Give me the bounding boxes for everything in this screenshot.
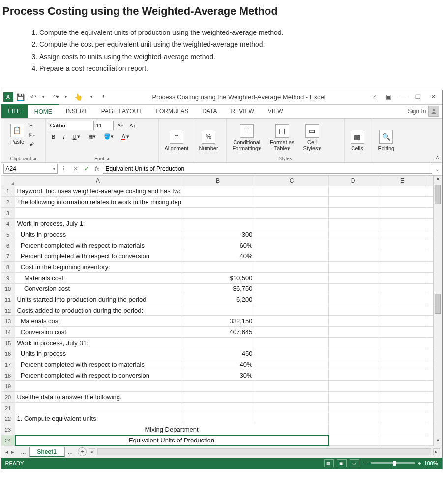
- cut-icon[interactable]: ✂: [27, 122, 38, 130]
- hscroll-left-icon[interactable]: ◂: [89, 448, 95, 455]
- row-header[interactable]: 18: [1, 370, 15, 380]
- zoom-in-icon[interactable]: +: [418, 460, 421, 466]
- touch-mode-icon[interactable]: 👆: [73, 92, 84, 102]
- column-header-a[interactable]: A: [15, 176, 181, 186]
- cell[interactable]: [378, 327, 427, 337]
- cell[interactable]: [329, 229, 378, 240]
- cell[interactable]: [378, 338, 427, 348]
- add-sheet-button[interactable]: +: [78, 447, 87, 456]
- tab-home[interactable]: HOME: [28, 104, 59, 118]
- close-icon[interactable]: ✕: [427, 92, 439, 102]
- redo-dropdown-icon[interactable]: ▾: [60, 92, 71, 102]
- cell[interactable]: [329, 435, 378, 445]
- cell[interactable]: [329, 327, 378, 337]
- increase-font-icon[interactable]: A↑: [116, 122, 126, 129]
- dialog-launcher-icon[interactable]: ◢: [106, 157, 109, 161]
- normal-view-icon[interactable]: ▦: [324, 459, 334, 467]
- horizontal-scrollbar[interactable]: [97, 448, 431, 455]
- cell[interactable]: [255, 305, 329, 315]
- cell[interactable]: [255, 338, 329, 348]
- sheet-tabs-more-left[interactable]: ...: [18, 448, 29, 455]
- cell[interactable]: [329, 338, 378, 348]
- cell[interactable]: [329, 240, 378, 251]
- cell[interactable]: 60%: [181, 240, 255, 251]
- scroll-down-icon[interactable]: ▼: [434, 438, 443, 446]
- cell[interactable]: [255, 229, 329, 240]
- cell[interactable]: [378, 381, 427, 391]
- cell[interactable]: Equivalent Units of Production: [15, 435, 329, 445]
- ribbon-display-options-icon[interactable]: ▣: [383, 92, 395, 102]
- cell[interactable]: [378, 186, 427, 196]
- column-header-c[interactable]: C: [255, 176, 329, 186]
- row-header[interactable]: 12: [1, 305, 15, 315]
- editing-button[interactable]: 🔍Editing: [376, 129, 397, 152]
- tab-formulas[interactable]: FORMULAS: [149, 104, 196, 118]
- row-header[interactable]: 17: [1, 359, 15, 370]
- cell[interactable]: [255, 294, 329, 305]
- bold-button[interactable]: B: [50, 133, 58, 141]
- zoom-level[interactable]: 100%: [424, 460, 438, 466]
- cell[interactable]: [255, 348, 329, 359]
- cell[interactable]: Work in process, July 31:: [15, 338, 181, 348]
- cell[interactable]: [181, 338, 255, 348]
- cell[interactable]: [181, 413, 255, 424]
- tab-page-layout[interactable]: PAGE LAYOUT: [94, 104, 149, 118]
- sheet-nav-next-icon[interactable]: ▸: [11, 449, 14, 455]
- cell[interactable]: Percent completed with respect to materi…: [15, 240, 181, 251]
- cell[interactable]: [329, 424, 378, 435]
- cell[interactable]: [255, 219, 329, 229]
- cell[interactable]: [255, 413, 329, 424]
- cell[interactable]: [378, 219, 427, 229]
- row-header[interactable]: 8: [1, 262, 15, 272]
- cell[interactable]: [329, 359, 378, 370]
- cell[interactable]: Percent completed with respect to materi…: [15, 359, 181, 370]
- cell[interactable]: 332,150: [181, 316, 255, 326]
- sheet-nav-prev-icon[interactable]: ◂: [5, 449, 8, 455]
- cell[interactable]: [378, 359, 427, 370]
- user-avatar-icon[interactable]: [428, 106, 439, 117]
- cell[interactable]: [329, 294, 378, 305]
- row-header[interactable]: 5: [1, 229, 15, 240]
- row-header[interactable]: 22: [1, 413, 15, 424]
- cell[interactable]: Units started into production during the…: [15, 294, 181, 305]
- tab-insert[interactable]: INSERT: [59, 104, 94, 118]
- cell[interactable]: Materials cost: [15, 273, 181, 283]
- cell[interactable]: [378, 240, 427, 251]
- cell[interactable]: [255, 197, 329, 207]
- tab-view[interactable]: VIEW: [261, 104, 290, 118]
- font-name-select[interactable]: [50, 121, 94, 130]
- border-button[interactable]: ▦▾: [86, 132, 98, 141]
- cell[interactable]: [255, 273, 329, 283]
- cell[interactable]: [181, 208, 255, 218]
- cell[interactable]: [329, 284, 378, 294]
- cell[interactable]: [329, 392, 378, 402]
- cell[interactable]: [378, 348, 427, 359]
- select-all-cell[interactable]: [1, 176, 15, 186]
- qat-more-icon[interactable]: ⠇: [99, 92, 110, 102]
- cell[interactable]: [329, 273, 378, 283]
- cell[interactable]: [329, 381, 378, 391]
- column-header-b[interactable]: B: [181, 176, 255, 186]
- cell[interactable]: [255, 392, 329, 402]
- row-header[interactable]: 20: [1, 392, 15, 402]
- copy-icon[interactable]: ⎘▾: [27, 131, 38, 139]
- cell[interactable]: 30%: [181, 370, 255, 380]
- cell[interactable]: Use the data to answer the following.: [15, 392, 181, 402]
- cell[interactable]: [329, 403, 378, 413]
- cell[interactable]: Mixing Department: [15, 424, 329, 435]
- cell[interactable]: [255, 403, 329, 413]
- underline-button[interactable]: U▾: [71, 132, 83, 141]
- cell[interactable]: The following information relates to wor…: [15, 197, 181, 207]
- row-header[interactable]: 1: [1, 186, 15, 196]
- cell[interactable]: [378, 305, 427, 315]
- cell[interactable]: 1. Compute equivalent units.: [15, 413, 181, 424]
- cell[interactable]: Cost in the beginning inventory:: [15, 262, 181, 272]
- formula-input[interactable]: Equivalent Units of Production: [103, 164, 432, 174]
- cell[interactable]: Materials cost: [15, 316, 181, 326]
- cell[interactable]: [329, 305, 378, 315]
- cell[interactable]: [255, 370, 329, 380]
- tab-data[interactable]: DATA: [195, 104, 224, 118]
- cancel-formula-icon[interactable]: ✕: [70, 163, 81, 174]
- cell[interactable]: [329, 208, 378, 218]
- row-header[interactable]: 21: [1, 403, 15, 413]
